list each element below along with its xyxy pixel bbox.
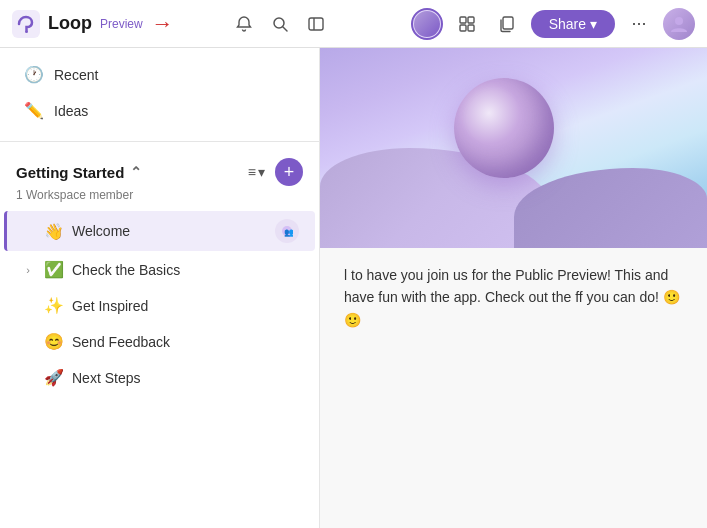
add-page-button[interactable]: + — [275, 158, 303, 186]
sidebar-item-ideas[interactable]: ✏️ Ideas — [8, 93, 311, 128]
page-list: 👋 Welcome 👥 › ✅ Check the Basics ✨ — [0, 206, 319, 400]
topbar-nav-icons — [228, 8, 332, 40]
preview-arrow-indicator: ← — [151, 11, 173, 37]
workspace-header: Getting Started ⌃ ≡ ▾ + 1 Workspace memb… — [0, 146, 319, 206]
loop-logo — [12, 10, 40, 38]
svg-text:👥: 👥 — [284, 227, 293, 237]
welcome-emoji: 👋 — [44, 222, 64, 241]
app-name: Loop — [48, 13, 92, 34]
preview-badge: Preview — [100, 17, 143, 31]
page-item-send-feedback[interactable]: 😊 Send Feedback — [4, 324, 315, 359]
page-item-check-basics[interactable]: › ✅ Check the Basics — [4, 252, 315, 287]
svg-line-3 — [283, 27, 287, 31]
check-basics-emoji: ✅ — [44, 260, 64, 279]
topbar-right: Share ▾ ··· — [411, 8, 695, 40]
list-view-button[interactable]: ≡ ▾ — [242, 160, 271, 184]
page-item-next-steps[interactable]: 🚀 Next Steps — [4, 360, 315, 395]
hero-image — [320, 48, 707, 248]
list-icon: ≡ — [248, 164, 256, 180]
share-label: Share — [549, 16, 586, 32]
svg-rect-6 — [460, 17, 466, 23]
workspace-expand-icon[interactable]: ⌃ — [130, 164, 142, 180]
sidebar-nav: 🕐 Recent ✏️ Ideas — [0, 48, 319, 137]
check-basics-label: Check the Basics — [72, 262, 299, 278]
more-dots: ··· — [631, 13, 646, 34]
share-button[interactable]: Share ▾ — [531, 10, 615, 38]
sidebar-item-recent[interactable]: 🕐 Recent — [8, 57, 311, 92]
check-basics-expand[interactable]: › — [20, 264, 36, 276]
sidebar-icon — [307, 15, 325, 33]
send-feedback-emoji: 😊 — [44, 332, 64, 351]
workspace-title: Getting Started ⌃ — [16, 164, 142, 181]
main-area: 🕐 Recent ✏️ Ideas Getting Started ⌃ ≡ ▾ — [0, 48, 707, 528]
window-button[interactable] — [491, 8, 523, 40]
ideas-icon: ✏️ — [24, 101, 44, 120]
svg-rect-4 — [309, 18, 323, 30]
content-body: l to have you join us for the Public Pre… — [320, 248, 707, 347]
sidebar-item-ideas-label: Ideas — [54, 103, 88, 119]
search-icon — [271, 15, 289, 33]
content-area: l to have you join us for the Public Pre… — [320, 48, 707, 528]
svg-rect-10 — [503, 17, 513, 29]
avatar-inner — [414, 11, 440, 37]
svg-rect-7 — [468, 17, 474, 23]
workspace-name: Getting Started — [16, 164, 124, 181]
topbar-left: Loop Preview ← — [12, 8, 332, 40]
content-body-text: l to have you join us for the Public Pre… — [344, 267, 680, 328]
hero-sand-right — [514, 168, 708, 248]
topbar: Loop Preview ← — [0, 0, 707, 48]
grid-icon — [458, 15, 476, 33]
hero-ball — [454, 78, 554, 178]
page-item-get-inspired[interactable]: ✨ Get Inspired — [4, 288, 315, 323]
welcome-options[interactable]: 👥 — [275, 219, 299, 243]
workspace-avatar[interactable] — [411, 8, 443, 40]
svg-rect-8 — [460, 25, 466, 31]
share-chevron: ▾ — [590, 16, 597, 32]
next-steps-emoji: 🚀 — [44, 368, 64, 387]
sidebar-toggle-button[interactable] — [300, 8, 332, 40]
sidebar-divider — [0, 141, 319, 142]
welcome-label: Welcome — [72, 223, 267, 239]
bell-icon — [235, 15, 253, 33]
recent-icon: 🕐 — [24, 65, 44, 84]
svg-point-1 — [25, 30, 28, 33]
add-icon: + — [284, 162, 295, 183]
options-icon: 👥 — [281, 225, 293, 237]
search-button[interactable] — [264, 8, 296, 40]
workspace-members-count: 1 Workspace member — [16, 188, 303, 202]
workspace-title-row: Getting Started ⌃ ≡ ▾ + — [16, 158, 303, 186]
svg-point-11 — [675, 17, 683, 25]
svg-rect-9 — [468, 25, 474, 31]
grid-view-button[interactable] — [451, 8, 483, 40]
workspace-actions: ≡ ▾ + — [242, 158, 303, 186]
page-item-welcome[interactable]: 👋 Welcome 👥 — [4, 211, 315, 251]
sidebar-item-recent-label: Recent — [54, 67, 98, 83]
user-avatar[interactable] — [663, 8, 695, 40]
copy-icon — [498, 15, 516, 33]
next-steps-label: Next Steps — [72, 370, 299, 386]
list-chevron: ▾ — [258, 164, 265, 180]
send-feedback-label: Send Feedback — [72, 334, 299, 350]
get-inspired-label: Get Inspired — [72, 298, 299, 314]
svg-rect-0 — [12, 10, 40, 38]
get-inspired-emoji: ✨ — [44, 296, 64, 315]
more-options-button[interactable]: ··· — [623, 8, 655, 40]
user-icon — [669, 14, 689, 34]
sidebar: 🕐 Recent ✏️ Ideas Getting Started ⌃ ≡ ▾ — [0, 48, 320, 528]
notification-button[interactable] — [228, 8, 260, 40]
